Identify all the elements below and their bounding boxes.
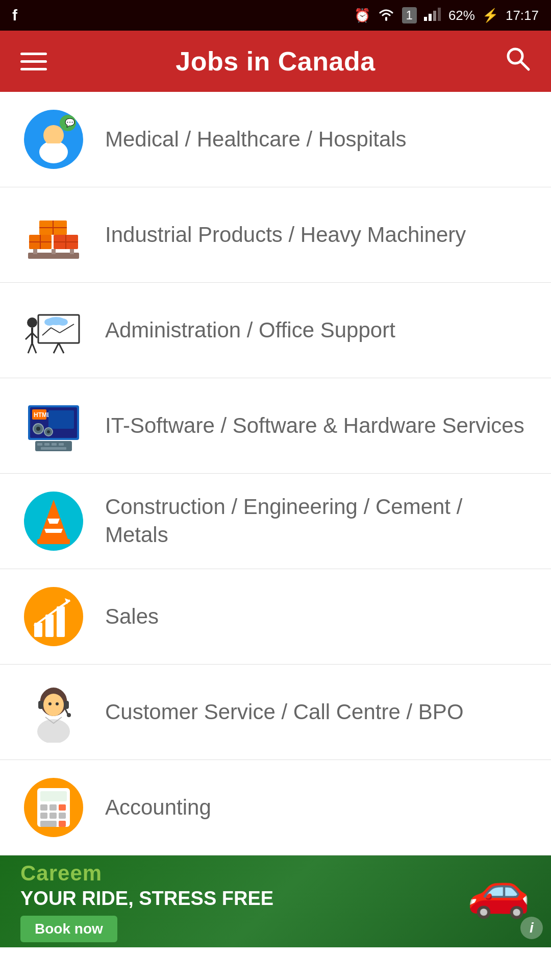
- svg-rect-84: [59, 821, 66, 827]
- svg-point-46: [36, 427, 40, 431]
- ad-brand: Careem: [20, 861, 273, 886]
- ad-illustration: 🚗: [467, 861, 531, 921]
- category-item-industrial[interactable]: Industrial Products / Heavy Machinery: [0, 187, 551, 283]
- svg-text:💬: 💬: [65, 118, 75, 128]
- customer-service-label: Customer Service / Call Centre / BPO: [105, 698, 464, 726]
- medical-label: Medical / Healthcare / Hospitals: [105, 126, 407, 154]
- accounting-icon: [20, 774, 87, 841]
- svg-rect-3: [438, 8, 441, 21]
- svg-rect-79: [59, 804, 66, 811]
- svg-rect-76: [40, 791, 67, 801]
- accounting-label: Accounting: [105, 794, 211, 822]
- svg-point-28: [27, 317, 37, 328]
- svg-rect-9: [45, 143, 62, 158]
- category-item-accounting[interactable]: Accounting: [0, 760, 551, 855]
- category-item-customer-service[interactable]: Customer Service / Call Centre / BPO: [0, 665, 551, 760]
- svg-rect-70: [64, 701, 69, 709]
- svg-point-72: [67, 713, 71, 717]
- it-icon: HTML5: [20, 393, 87, 459]
- svg-point-68: [56, 702, 59, 705]
- svg-rect-50: [37, 443, 42, 446]
- administration-icon: [20, 297, 87, 363]
- ad-tagline: YOUR RIDE, STRESS FREE: [20, 888, 273, 910]
- svg-point-66: [43, 694, 64, 716]
- construction-label: Construction / Engineering / Cement / Me…: [105, 493, 531, 549]
- menu-button[interactable]: [20, 53, 47, 70]
- time-display: 17:17: [506, 8, 539, 23]
- svg-point-8: [43, 125, 64, 145]
- svg-rect-14: [52, 249, 56, 254]
- svg-rect-1: [429, 14, 432, 21]
- svg-line-32: [28, 343, 32, 353]
- medical-icon: 💬: [20, 106, 87, 173]
- category-item-construction[interactable]: Construction / Engineering / Cement / Me…: [0, 474, 551, 569]
- it-label: IT-Software / Software & Hardware Servic…: [105, 412, 524, 440]
- svg-point-36: [58, 318, 68, 326]
- svg-rect-51: [44, 443, 49, 446]
- category-item-administration[interactable]: Administration / Office Support: [0, 283, 551, 378]
- status-bar-right: ⏰ 1 62% ⚡ 17:17: [354, 7, 539, 24]
- svg-rect-63: [57, 606, 65, 637]
- svg-rect-78: [49, 804, 57, 811]
- svg-point-35: [44, 318, 55, 326]
- app-header: Jobs in Canada: [0, 31, 551, 92]
- sales-label: Sales: [105, 603, 159, 631]
- svg-rect-15: [70, 249, 74, 254]
- category-item-medical[interactable]: 💬 Medical / Healthcare / Hospitals: [0, 92, 551, 187]
- ad-content: Careem YOUR RIDE, STRESS FREE Book now: [20, 861, 273, 942]
- svg-rect-53: [59, 443, 64, 446]
- svg-rect-83: [40, 821, 57, 827]
- administration-label: Administration / Office Support: [105, 316, 395, 345]
- category-list: 💬 Medical / Healthcare / Hospitals: [0, 92, 551, 855]
- svg-rect-82: [59, 813, 66, 819]
- battery-indicator: 62%: [448, 8, 475, 23]
- svg-rect-69: [38, 701, 43, 709]
- ad-banner[interactable]: Careem YOUR RIDE, STRESS FREE Book now 🚗…: [0, 855, 551, 947]
- customer-service-icon: [20, 679, 87, 745]
- industrial-label: Industrial Products / Heavy Machinery: [105, 221, 466, 249]
- status-bar: f ⏰ 1 62% ⚡ 17:17: [0, 0, 551, 31]
- status-bar-left: f: [12, 7, 17, 24]
- app-title: Jobs in Canada: [176, 46, 375, 77]
- svg-rect-80: [40, 813, 47, 819]
- svg-line-27: [59, 343, 64, 353]
- svg-line-5: [520, 61, 529, 69]
- search-button[interactable]: [504, 45, 531, 78]
- industrial-icon: [20, 202, 87, 268]
- svg-rect-81: [49, 813, 57, 819]
- svg-rect-44: [48, 410, 74, 429]
- svg-marker-58: [44, 529, 63, 533]
- svg-line-33: [32, 343, 36, 353]
- svg-line-26: [54, 343, 59, 353]
- svg-point-48: [47, 430, 50, 433]
- category-item-it[interactable]: HTML5 IT-Software / Software & Hardware …: [0, 378, 551, 474]
- ad-book-button[interactable]: Book now: [20, 916, 117, 942]
- alarm-icon: ⏰: [354, 8, 370, 23]
- notification-badge: 1: [402, 7, 417, 23]
- svg-rect-77: [40, 804, 47, 811]
- signal-icon: [424, 7, 441, 24]
- category-item-sales[interactable]: Sales: [0, 569, 551, 665]
- svg-point-67: [48, 702, 52, 705]
- construction-icon: [20, 488, 87, 554]
- svg-rect-2: [433, 11, 436, 21]
- svg-marker-57: [47, 519, 60, 524]
- svg-rect-54: [41, 447, 66, 450]
- sales-icon: [20, 583, 87, 650]
- charging-icon: ⚡: [482, 8, 498, 23]
- ad-info-icon[interactable]: i: [520, 917, 543, 939]
- facebook-icon: f: [12, 7, 17, 24]
- svg-rect-0: [424, 17, 427, 21]
- svg-rect-59: [37, 539, 70, 544]
- svg-rect-13: [33, 249, 37, 254]
- wifi-icon: [378, 7, 395, 24]
- svg-rect-52: [52, 443, 57, 446]
